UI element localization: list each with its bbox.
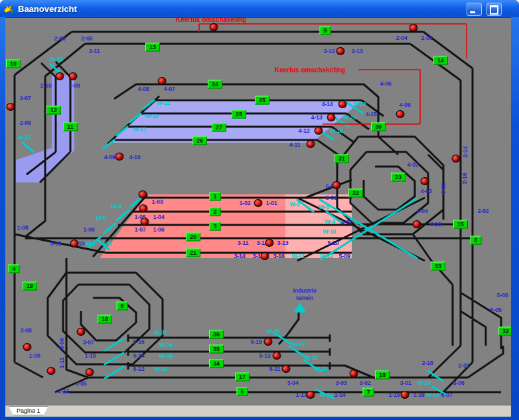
signal-light[interactable] (139, 190, 147, 198)
label-4-09: 4-09 (104, 154, 115, 161)
block-20[interactable]: 20 (186, 233, 200, 242)
label-4-16: 4-16 (430, 221, 441, 228)
label-5-03: 5-03 (326, 194, 337, 201)
block-32[interactable]: 32 (498, 327, 511, 336)
title-bar[interactable]: Baanoverzicht (0, 0, 519, 17)
label-w-21: W-21 (157, 100, 170, 106)
signal-light[interactable] (56, 72, 64, 80)
block-23[interactable]: 23 (391, 173, 406, 182)
block-33[interactable]: 33 (431, 262, 445, 271)
signal-light[interactable] (115, 153, 124, 161)
signal-light[interactable] (413, 220, 421, 228)
block-15[interactable]: 15 (453, 220, 468, 229)
label-6-07: 6-07 (441, 391, 453, 398)
block-10[interactable]: 10 (6, 60, 21, 68)
block-36[interactable]: 36 (209, 330, 224, 339)
signal-light[interactable] (141, 218, 149, 226)
label-5-13: 5-13 (260, 352, 271, 359)
block-7[interactable]: 7 (362, 388, 374, 397)
block-3[interactable]: 3 (209, 222, 220, 231)
block-6[interactable]: 6 (116, 302, 127, 311)
signal-light[interactable] (338, 100, 347, 108)
label-w-16: W-16 (50, 56, 63, 62)
block-25[interactable]: 25 (255, 96, 269, 105)
block-24[interactable]: 24 (208, 80, 222, 89)
signal-light[interactable] (409, 24, 418, 32)
label-3-11: 3-11 (238, 240, 248, 246)
app-icon (3, 3, 15, 14)
label-1-06: 1-06 (153, 226, 165, 233)
signal-light[interactable] (273, 352, 281, 360)
signal-light[interactable] (261, 252, 269, 260)
block-28[interactable]: 28 (232, 110, 246, 119)
label-w-15: W-15 (18, 134, 31, 141)
block-22[interactable]: 22 (348, 189, 363, 198)
signal-light[interactable] (421, 177, 429, 185)
block-9[interactable]: 9 (319, 27, 331, 35)
label-4-15: 4-15 (366, 111, 377, 117)
label-2-12: 2-12 (324, 48, 335, 54)
block-30[interactable]: 30 (371, 123, 386, 131)
block-31[interactable]: 31 (334, 155, 349, 163)
block-17[interactable]: 17 (235, 373, 250, 382)
block-27[interactable]: 27 (212, 123, 226, 132)
block-16[interactable]: 16 (98, 315, 112, 324)
signal-light[interactable] (139, 204, 148, 212)
minimize-icon (470, 11, 475, 13)
signal-light[interactable] (7, 103, 15, 111)
signal-light[interactable] (70, 240, 79, 247)
label-2-11: 2-11 (89, 48, 100, 54)
signal-light[interactable] (401, 391, 409, 399)
label-w-28: W-28 (159, 353, 173, 360)
tab-pagina-1[interactable]: Pagina 1 (9, 406, 48, 415)
block-26[interactable]: 26 (192, 137, 207, 145)
label-w-31: W-31 (154, 329, 167, 336)
signal-light[interactable] (396, 110, 405, 118)
signal-light[interactable] (69, 72, 78, 80)
signal-light[interactable] (282, 365, 291, 373)
block-14[interactable]: 14 (433, 56, 448, 65)
signal-light[interactable] (336, 47, 345, 55)
track-canvas[interactable]: Keerlus omschakeling Keerlus omschakelin… (5, 17, 511, 405)
block-19[interactable]: 19 (23, 282, 37, 291)
block-34[interactable]: 34 (209, 360, 224, 368)
signal-light[interactable] (210, 23, 218, 31)
block-18[interactable]: 18 (375, 371, 390, 380)
block-2[interactable]: 2 (209, 208, 220, 216)
block-13[interactable]: 13 (145, 43, 160, 52)
label-4-13: 4-13 (311, 114, 323, 121)
signal-light[interactable] (23, 343, 32, 351)
block-8[interactable]: 8 (470, 236, 481, 245)
signal-light[interactable] (86, 368, 94, 376)
signal-light[interactable] (327, 113, 336, 121)
label-2-16: 2-16 (461, 173, 468, 184)
block-4[interactable]: 4 (8, 265, 19, 273)
signal-light[interactable] (333, 181, 341, 189)
label-1-10: 1-10 (85, 352, 96, 359)
block-21[interactable]: 21 (186, 249, 200, 257)
label-2-14: 2-14 (462, 147, 469, 158)
block-35[interactable]: 35 (209, 345, 224, 354)
signal-light[interactable] (158, 77, 167, 85)
signal-light[interactable] (315, 127, 323, 135)
label-w-14: W-14 (426, 391, 439, 398)
signal-light[interactable] (307, 391, 315, 399)
signal-light[interactable] (254, 199, 263, 207)
label-2-03: 2-03 (421, 35, 433, 41)
signal-light[interactable] (350, 370, 358, 378)
block-1[interactable]: 1 (209, 192, 220, 201)
block-5[interactable]: 5 (236, 387, 248, 396)
maximize-button[interactable] (486, 3, 502, 16)
label-w-11: W-11 (291, 253, 305, 259)
signal-light[interactable] (307, 140, 315, 148)
signal-light[interactable] (264, 338, 273, 346)
label-2-06: 2-06 (54, 35, 66, 42)
block-12[interactable]: 12 (46, 106, 61, 115)
minimize-button[interactable] (467, 3, 482, 16)
signal-light[interactable] (77, 328, 86, 336)
label-4-03: 4-03 (421, 188, 432, 194)
signal-light[interactable] (265, 239, 274, 247)
signal-light[interactable] (452, 155, 461, 163)
block-11[interactable]: 11 (63, 123, 78, 131)
signal-light[interactable] (47, 367, 56, 375)
